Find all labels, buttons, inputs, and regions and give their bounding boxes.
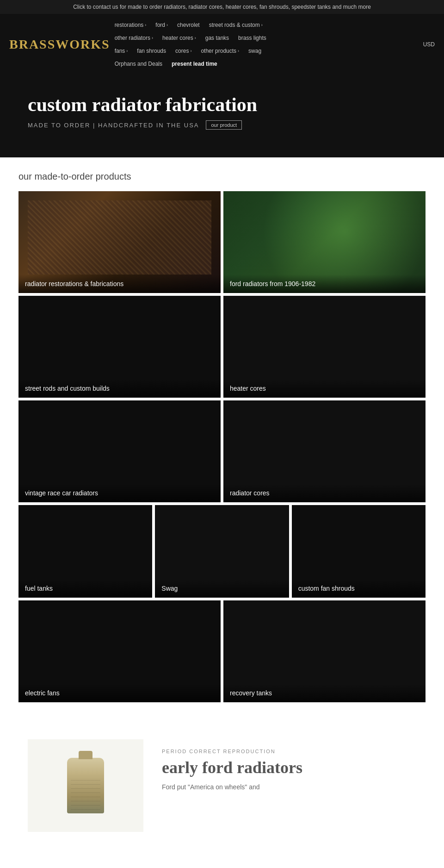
nav-links: restorations › ford › chevrolet street r… bbox=[110, 19, 416, 70]
nav-row-1: restorations › ford › chevrolet street r… bbox=[110, 19, 416, 31]
product-label: radiator cores bbox=[223, 484, 426, 502]
bottom-description: Ford put "America on wheels" and bbox=[162, 782, 416, 792]
product-card-heater-cores[interactable]: heater cores bbox=[223, 296, 426, 398]
chevron-icon: › bbox=[261, 23, 263, 27]
nav-other-radiators[interactable]: other radiators › bbox=[110, 33, 158, 43]
product-card-restoration[interactable]: radiator restorations & fabrications bbox=[18, 191, 221, 293]
product-card-electric-fans[interactable]: electric fans bbox=[18, 600, 221, 702]
product-card-radiator-cores[interactable]: radiator cores bbox=[223, 400, 426, 502]
nav-street-rods[interactable]: street rods & custom › bbox=[204, 20, 267, 30]
product-label: radiator restorations & fabrications bbox=[18, 275, 221, 293]
chevron-icon: › bbox=[195, 36, 196, 40]
bottom-label: PERIOD CORRECT REPRODUCTION bbox=[162, 749, 416, 754]
nav-row-3: fans › fan shrouds cores › other product… bbox=[110, 44, 416, 57]
nav-cores[interactable]: cores › bbox=[171, 46, 196, 56]
nav-chevrolet[interactable]: chevrolet bbox=[173, 20, 204, 30]
hero-title: custom radiator fabrication bbox=[28, 94, 416, 116]
product-label: recovery tanks bbox=[223, 684, 426, 702]
product-row-4: fuel tanks Swag custom fan shrouds bbox=[18, 505, 426, 598]
nav-brass-lights[interactable]: brass lights bbox=[234, 33, 271, 43]
product-row-1: radiator restorations & fabrications for… bbox=[18, 191, 426, 293]
hero-section: custom radiator fabrication MADE TO ORDE… bbox=[0, 75, 444, 157]
product-label: street rods and custom builds bbox=[18, 379, 221, 398]
nav-row-2: other radiators › heater cores › gas tan… bbox=[110, 31, 416, 44]
tank-illustration bbox=[67, 758, 104, 813]
product-label: heater cores bbox=[223, 379, 426, 398]
chevron-icon: › bbox=[166, 23, 168, 27]
announcement-bar: Click to contact us for made to order ra… bbox=[0, 0, 444, 14]
nav-other-products[interactable]: other products › bbox=[196, 46, 244, 56]
product-card-recovery-tanks[interactable]: recovery tanks bbox=[223, 600, 426, 702]
header: BRASSWORKS restorations › ford › chevrol… bbox=[0, 14, 444, 75]
logo[interactable]: BRASSWORKS bbox=[9, 37, 110, 51]
product-card-vintage-race[interactable]: vintage race car radiators bbox=[18, 400, 221, 502]
product-row-5: electric fans recovery tanks bbox=[18, 600, 426, 702]
hero-subtitle: MADE TO ORDER | HANDCRAFTED IN THE USA bbox=[28, 122, 199, 129]
hero-subtitle-row: MADE TO ORDER | HANDCRAFTED IN THE USA o… bbox=[28, 120, 416, 130]
section-title: our made-to-order products bbox=[18, 171, 426, 182]
bottom-title: early ford radiators bbox=[162, 758, 416, 777]
nav-orphans[interactable]: Orphans and Deals bbox=[110, 59, 167, 69]
products-section: our made-to-order products radiator rest… bbox=[0, 157, 444, 721]
product-label: vintage race car radiators bbox=[18, 484, 221, 502]
product-card-fuel-tanks[interactable]: fuel tanks bbox=[18, 505, 152, 598]
chevron-icon: › bbox=[126, 49, 128, 53]
nav-lead-time[interactable]: present lead time bbox=[167, 59, 222, 69]
product-row-3: vintage race car radiators radiator core… bbox=[18, 400, 426, 502]
product-row-2: street rods and custom builds heater cor… bbox=[18, 296, 426, 398]
logo-area[interactable]: BRASSWORKS bbox=[9, 37, 110, 52]
chevron-icon: › bbox=[152, 36, 153, 40]
bottom-product-image bbox=[28, 739, 143, 832]
bottom-text-block: PERIOD CORRECT REPRODUCTION early ford r… bbox=[162, 739, 416, 792]
bottom-section: PERIOD CORRECT REPRODUCTION early ford r… bbox=[0, 721, 444, 850]
nav-swag[interactable]: swag bbox=[244, 46, 266, 56]
nav-restorations[interactable]: restorations › bbox=[110, 20, 151, 30]
nav-row-4: Orphans and Deals present lead time bbox=[110, 57, 416, 70]
chevron-icon: › bbox=[190, 49, 191, 53]
product-label: ford radiators from 1906-1982 bbox=[223, 275, 426, 293]
chevron-icon: › bbox=[238, 49, 239, 53]
product-card-street-rods[interactable]: street rods and custom builds bbox=[18, 296, 221, 398]
product-card-swag[interactable]: Swag bbox=[155, 505, 289, 598]
product-label: Swag bbox=[155, 579, 289, 598]
nav-ford[interactable]: ford › bbox=[151, 20, 173, 30]
currency-selector[interactable]: USD bbox=[416, 41, 435, 48]
product-label: custom fan shrouds bbox=[292, 579, 426, 598]
product-label: fuel tanks bbox=[18, 579, 152, 598]
product-card-ford[interactable]: ford radiators from 1906-1982 bbox=[223, 191, 426, 293]
nav-gas-tanks[interactable]: gas tanks bbox=[201, 33, 234, 43]
nav-fan-shrouds[interactable]: fan shrouds bbox=[132, 46, 171, 56]
product-label: electric fans bbox=[18, 684, 221, 702]
announcement-text: Click to contact us for made to order ra… bbox=[73, 4, 371, 10]
nav-heater-cores[interactable]: heater cores › bbox=[158, 33, 201, 43]
product-card-fan-shrouds[interactable]: custom fan shrouds bbox=[292, 505, 426, 598]
hero-product-button[interactable]: our product bbox=[206, 120, 242, 130]
chevron-icon: › bbox=[145, 23, 146, 27]
nav-fans[interactable]: fans › bbox=[110, 46, 133, 56]
